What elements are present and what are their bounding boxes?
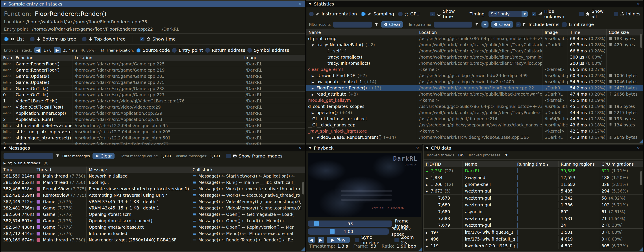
- col-running-regions[interactable]: Running regions: [558, 161, 599, 167]
- message-row[interactable]: 382,504,746ns Game(7,776) Opening /fores…: [1, 211, 305, 218]
- title-bar[interactable]: ▼ Messages ×: [1, 145, 305, 151]
- filter-results-input[interactable]: [333, 22, 372, 28]
- expand-arrow-icon[interactable]: ▶: [312, 73, 316, 79]
- callstack-row[interactable]: inline Game::Update() /home/wolf/darkrl/…: [1, 79, 305, 86]
- timing-select[interactable]: Self only▼: [488, 11, 528, 17]
- show-time-checkbox[interactable]: ✓Show time: [430, 8, 466, 19]
- stats-row[interactable]: ▶uw_update_context_1(+14) /usr/src/debug…: [306, 79, 643, 85]
- cpu-row[interactable]: ▶7,750(22) DarkRL 10.04 s (41.37%) 30,38…: [424, 167, 643, 174]
- resize-grip[interactable]: [639, 140, 643, 143]
- cpu-row[interactable]: 7,689 wezterm-gui 49.46 ms (0.20%) 1,786…: [424, 201, 643, 208]
- call-stack-cell[interactable]: ≡Message() ← VideoMemory() [clone .const…: [190, 198, 305, 205]
- call-stack-cell[interactable]: ≡Message() ← Work() ← execute_native_thr…: [190, 192, 305, 198]
- stats-row[interactable]: _raw_spin_unlock_irqrestore <kernel> <ke…: [306, 128, 643, 134]
- call-stack-cell[interactable]: ≡Message() ← Work() ← execute_native_thr…: [190, 186, 305, 192]
- limit-range-checkbox[interactable]: Limit range: [562, 22, 594, 27]
- stats-row[interactable]: tracy::rpmalloc() /home/wolf/darkrl/cont…: [306, 54, 643, 60]
- call-stack-cell[interactable]: ≡Message() ← Open() ← GetImageSize ← Loa…: [190, 211, 305, 218]
- include-kernel-checkbox[interactable]: ✓Include kernel: [516, 22, 560, 27]
- cpu-row[interactable]: 7,679 wezterm-gui 500.94 µs (0.00%) 24 2…: [424, 222, 643, 229]
- show-frame-images-checkbox[interactable]: Show frame images: [226, 153, 282, 158]
- col-location[interactable]: Location: [417, 29, 542, 36]
- prev-stack-button[interactable]: ◀: [34, 47, 42, 53]
- expand-arrow-icon[interactable]: ▶: [312, 79, 316, 85]
- cpu-row[interactable]: ▶119 kworker/u17:0+i915_flip 127.48 ms (…: [424, 242, 643, 249]
- message-row[interactable]: 389,169,674ns Main thread(7,750) New ren…: [1, 236, 305, 243]
- mode-top-down-radio[interactable]: Top-down tree: [82, 36, 126, 42]
- cpu-row[interactable]: 7,680 async-io 29.02 ms (0.12%) 802 61(7…: [424, 208, 643, 215]
- call-stack-cell[interactable]: ≡Message() ← StartNetwork() ← Applicatio…: [190, 173, 305, 179]
- callstack-row[interactable]: 2 Application::Run() /home/wolf/darkrl/s…: [1, 116, 305, 122]
- collapse-icon[interactable]: ▼: [309, 2, 311, 6]
- frameloc-return-radio[interactable]: Return address: [205, 48, 245, 53]
- scrollbar-thumb[interactable]: [302, 182, 304, 194]
- call-stack-cell[interactable]: ≡Message() ← Run() ← main ← __libc_start…: [190, 179, 305, 186]
- message-row[interactable]: 382,574,807ns Game(7,776) Opening /fores…: [1, 218, 305, 224]
- clear-image-filter-button[interactable]: Clear: [491, 21, 513, 28]
- call-stack-cell[interactable]: ≡Message() ← VideoMemory() [clone .const…: [190, 205, 305, 211]
- callstack-row[interactable]: inline Game::RenderFloor() /home/wolf/da…: [1, 67, 305, 73]
- col-thread[interactable]: Thread: [34, 166, 86, 173]
- title-bar[interactable]: ▼ CPU data ×: [424, 145, 643, 151]
- frameloc-source-radio[interactable]: Source code: [136, 48, 170, 53]
- frame-image-slider[interactable]: 53: [308, 220, 392, 227]
- funnel-icon[interactable]: [475, 22, 479, 26]
- show-time-checkbox[interactable]: ✓Show time: [140, 36, 176, 42]
- expand-arrow-icon[interactable]: ▶: [426, 182, 430, 188]
- mode-bottom-up-radio[interactable]: Bottom-up tree: [30, 36, 76, 42]
- scrollbar-thumb[interactable]: [640, 34, 642, 48]
- stats-row[interactable]: ▶operator()(+44) /home/wolf/darkrl/contr…: [306, 110, 643, 116]
- close-icon[interactable]: ×: [636, 2, 640, 6]
- hide-unknown-checkbox[interactable]: ✓Hide unknown: [532, 8, 575, 19]
- col-image[interactable]: Image: [242, 55, 305, 61]
- instrumentation-radio[interactable]: Instrumentation: [309, 11, 357, 16]
- clear-button[interactable]: Clear: [92, 153, 114, 159]
- message-row[interactable]: 382,449,712ns Game(7,776) VRAM 37x45: 13…: [1, 198, 305, 205]
- message-row[interactable]: 382,428,269ns RemoteView(7,775) Attempti…: [1, 192, 305, 198]
- stats-row[interactable]: d_print_comp /usr/src/debug/gcc-build/x8…: [306, 36, 643, 42]
- frameloc-symbol-radio[interactable]: Symbol address: [247, 48, 289, 53]
- callstack-row[interactable]: inline Game::RenderFloor() /home/wolf/da…: [1, 61, 305, 67]
- play-button[interactable]: ▶Play: [327, 237, 350, 243]
- col-pid-tid[interactable]: PID/TID: [424, 161, 463, 167]
- expand-arrow-icon[interactable]: ▶: [426, 244, 430, 249]
- show-all-checkbox[interactable]: Show all: [579, 8, 610, 19]
- resize-grip[interactable]: [639, 247, 643, 251]
- callstack-row[interactable]: inline std::unique_ptr<>::reset() /usr/i…: [1, 135, 305, 141]
- stats-row[interactable]: __GI__dl_find_dso_for_object /usr/src/de…: [306, 116, 643, 122]
- col-function[interactable]: Function: [14, 55, 72, 61]
- funnel-icon[interactable]: [56, 154, 60, 158]
- resize-grip[interactable]: [418, 247, 422, 251]
- frameloc-entry-radio[interactable]: Entry point: [172, 48, 203, 53]
- step-back-button[interactable]: ◀: [308, 237, 315, 243]
- title-bar[interactable]: ▼ Playback ×: [306, 145, 422, 151]
- expand-arrow-icon[interactable]: ▶: [426, 175, 430, 181]
- chevron-down-icon[interactable]: ▼: [522, 11, 528, 17]
- callstack-row[interactable]: 1 VideoGLBase::Tick() /home/wolf/darkrl/…: [1, 98, 305, 104]
- expand-arrow-icon[interactable]: ▼: [426, 188, 430, 194]
- collapse-icon[interactable]: ▼: [4, 146, 6, 150]
- call-stack-cell[interactable]: ≡Message() ← Menu() ← _M_run ← execute_n…: [190, 230, 305, 236]
- message-row[interactable]: 381,692,052ns Main thread(7,750) Booting…: [1, 179, 305, 186]
- scrollbar-thumb[interactable]: [640, 171, 642, 185]
- cpu-row[interactable]: ▶1,834 Xwayland 9.57 s (39.44%) 12,553 1…: [424, 174, 643, 181]
- message-row[interactable]: 381,559,214ns Main thread(7,750) Network…: [1, 173, 305, 179]
- stats-row[interactable]: [ - self - ] /home/wolf/darkrl/contrib/t…: [306, 48, 643, 54]
- col-call-stack[interactable]: Call stack: [190, 166, 305, 173]
- callstack-row[interactable]: inline Application::InnerLoop() /home/wo…: [1, 110, 305, 116]
- expand-arrow-icon[interactable]: ▶: [426, 230, 430, 235]
- expand-arrow-icon[interactable]: ▶: [312, 135, 316, 140]
- title-bar[interactable]: ▼ Sample entry call stacks ×: [1, 1, 305, 7]
- stats-row[interactable]: module_get_kallsym <kernel> <kernel> 45.…: [306, 97, 643, 103]
- col-cpu-migrations[interactable]: CPU migrations: [599, 161, 643, 167]
- stats-row[interactable]: ▶_Unwind_Find_FDE(+7) /usr/src/debug/gcc…: [306, 72, 643, 79]
- col-running-time[interactable]: Running time ▼: [515, 161, 558, 167]
- col-image[interactable]: Image: [542, 29, 568, 36]
- step-forward-button[interactable]: ▶: [318, 237, 324, 243]
- stats-row[interactable]: tracy::InitRpmalloc() /home/wolf/darkrl/…: [306, 60, 643, 66]
- expand-arrow-icon[interactable]: ▶: [4, 162, 6, 165]
- chevron-down-icon[interactable]: ▼: [482, 21, 488, 28]
- col-name[interactable]: Name: [306, 29, 417, 36]
- callstack-row[interactable]: 0 Game::OnTick() /home/wolf/darkrl/src/g…: [1, 92, 305, 98]
- expand-arrow-icon[interactable]: ▶: [312, 92, 316, 97]
